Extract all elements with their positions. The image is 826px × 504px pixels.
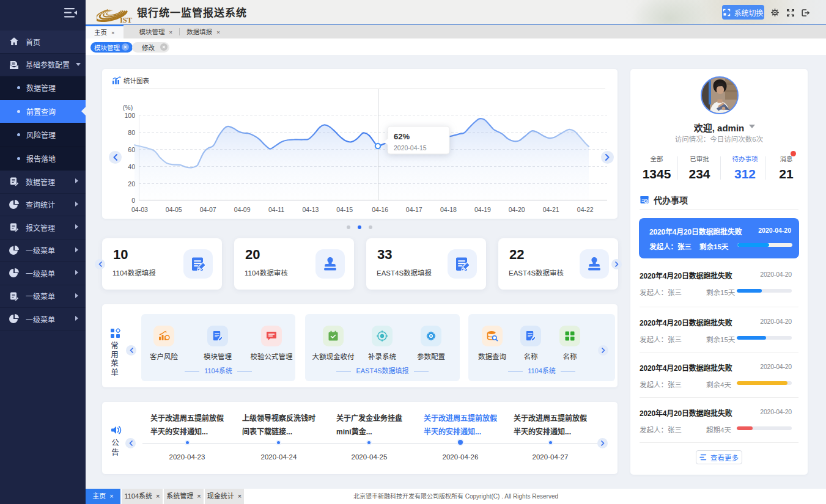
svg-text:(%): (%) — [123, 104, 133, 111]
svg-text:04-03: 04-03 — [131, 206, 148, 213]
svg-text:04-09: 04-09 — [234, 206, 251, 213]
svg-text:04-07: 04-07 — [200, 206, 216, 213]
svg-text:62%: 62% — [394, 132, 410, 141]
svg-text:60: 60 — [128, 146, 135, 153]
svg-text:IST: IST — [120, 16, 133, 24]
svg-text:80: 80 — [128, 129, 135, 136]
svg-text:04-19: 04-19 — [474, 206, 491, 213]
svg-text:0: 0 — [131, 197, 135, 204]
svg-text:04-13: 04-13 — [302, 206, 319, 213]
svg-text:40: 40 — [128, 163, 135, 170]
svg-text:04-11: 04-11 — [268, 206, 284, 213]
svg-text:2020-04-15: 2020-04-15 — [394, 144, 427, 152]
svg-text:100: 100 — [124, 112, 135, 119]
svg-text:04-18: 04-18 — [440, 206, 457, 213]
svg-text:20: 20 — [128, 180, 135, 188]
svg-text:04-16: 04-16 — [372, 206, 388, 213]
svg-text:04-05: 04-05 — [166, 206, 182, 213]
svg-text:04-20: 04-20 — [509, 206, 525, 213]
svg-text:04-22: 04-22 — [577, 206, 594, 213]
svg-text:04-17: 04-17 — [406, 206, 422, 213]
svg-text:04-21: 04-21 — [543, 206, 559, 213]
svg-text:04-15: 04-15 — [336, 206, 353, 213]
